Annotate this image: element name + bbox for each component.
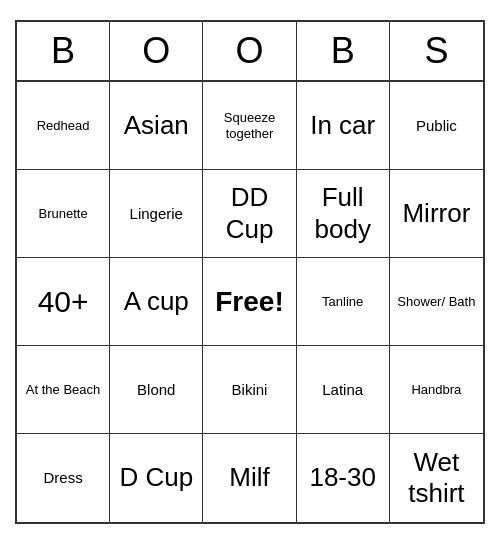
bingo-cell-0[interactable]: Redhead [17, 82, 110, 170]
bingo-cell-24[interactable]: Wet tshirt [390, 434, 483, 522]
cell-text-19: Handbra [411, 382, 461, 398]
bingo-cell-20[interactable]: Dress [17, 434, 110, 522]
cell-text-1: Asian [124, 110, 189, 141]
header-letter-b-0: B [17, 22, 110, 80]
cell-text-22: Milf [229, 462, 269, 493]
bingo-cell-22[interactable]: Milf [203, 434, 296, 522]
cell-text-13: Tanline [322, 294, 363, 310]
bingo-header: BOOBS [17, 22, 483, 82]
bingo-cell-8[interactable]: Full body [297, 170, 390, 258]
cell-text-14: Shower/ Bath [397, 294, 475, 310]
bingo-cell-17[interactable]: Bikini [203, 346, 296, 434]
bingo-cell-5[interactable]: Brunette [17, 170, 110, 258]
cell-text-21: D Cup [119, 462, 193, 493]
cell-text-9: Mirror [402, 198, 470, 229]
bingo-cell-13[interactable]: Tanline [297, 258, 390, 346]
bingo-cell-12[interactable]: Free! [203, 258, 296, 346]
cell-text-20: Dress [44, 469, 83, 487]
bingo-cell-7[interactable]: DD Cup [203, 170, 296, 258]
cell-text-17: Bikini [232, 381, 268, 399]
cell-text-2: Squeeze together [207, 110, 291, 141]
cell-text-7: DD Cup [207, 182, 291, 244]
header-letter-s-4: S [390, 22, 483, 80]
bingo-grid: RedheadAsianSqueeze togetherIn carPublic… [17, 82, 483, 522]
cell-text-18: Latina [322, 381, 363, 399]
bingo-cell-15[interactable]: At the Beach [17, 346, 110, 434]
bingo-cell-18[interactable]: Latina [297, 346, 390, 434]
cell-text-24: Wet tshirt [394, 447, 479, 509]
bingo-cell-3[interactable]: In car [297, 82, 390, 170]
bingo-cell-6[interactable]: Lingerie [110, 170, 203, 258]
bingo-cell-10[interactable]: 40+ [17, 258, 110, 346]
bingo-cell-11[interactable]: A cup [110, 258, 203, 346]
bingo-cell-4[interactable]: Public [390, 82, 483, 170]
cell-text-8: Full body [301, 182, 385, 244]
bingo-cell-14[interactable]: Shower/ Bath [390, 258, 483, 346]
cell-text-3: In car [310, 110, 375, 141]
bingo-cell-23[interactable]: 18-30 [297, 434, 390, 522]
header-letter-o-2: O [203, 22, 296, 80]
cell-text-16: Blond [137, 381, 175, 399]
bingo-card: BOOBS RedheadAsianSqueeze togetherIn car… [15, 20, 485, 524]
cell-text-0: Redhead [37, 118, 90, 134]
header-letter-b-3: B [297, 22, 390, 80]
cell-text-23: 18-30 [309, 462, 376, 493]
cell-text-12: Free! [215, 285, 283, 319]
bingo-cell-9[interactable]: Mirror [390, 170, 483, 258]
cell-text-6: Lingerie [130, 205, 183, 223]
header-letter-o-1: O [110, 22, 203, 80]
bingo-cell-16[interactable]: Blond [110, 346, 203, 434]
cell-text-15: At the Beach [26, 382, 100, 398]
bingo-cell-2[interactable]: Squeeze together [203, 82, 296, 170]
cell-text-5: Brunette [39, 206, 88, 222]
bingo-cell-19[interactable]: Handbra [390, 346, 483, 434]
cell-text-4: Public [416, 117, 457, 135]
cell-text-11: A cup [124, 286, 189, 317]
bingo-cell-21[interactable]: D Cup [110, 434, 203, 522]
bingo-cell-1[interactable]: Asian [110, 82, 203, 170]
cell-text-10: 40+ [38, 284, 89, 320]
